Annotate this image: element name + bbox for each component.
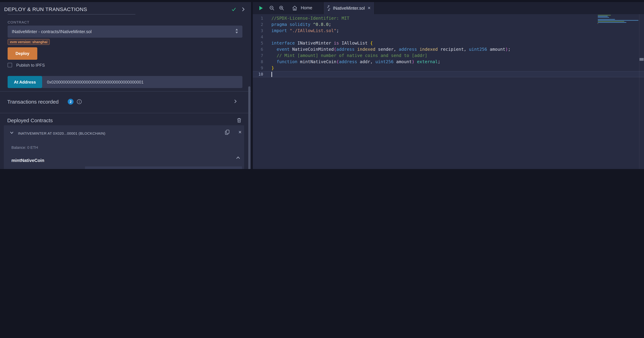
code-editor[interactable]: 1//SPDX-License-Identifier: MIT2pragma s… — [253, 14, 644, 169]
home-icon[interactable] — [292, 6, 297, 11]
tab-label: INativeMinter.sol — [333, 6, 365, 10]
close-icon[interactable]: ✕ — [238, 130, 242, 135]
addr-field-input[interactable] — [85, 166, 242, 169]
code-text: } — [272, 65, 274, 71]
code-text: interface INativeMinter is IAllowList { — [272, 40, 373, 46]
text-cursor — [272, 72, 272, 77]
code-line-3[interactable]: 3import "./IAllowList.sol"; — [253, 28, 644, 34]
code-line-4[interactable]: 4 — [253, 34, 644, 40]
line-number: 9 — [253, 65, 272, 71]
chevron-right-icon[interactable] — [241, 7, 245, 12]
deploy-run-panel: DEPLOY & RUN TRANSACTIONS CONTRACT INati… — [0, 2, 251, 169]
divider — [0, 113, 251, 113]
chevron-up-icon[interactable] — [236, 156, 240, 160]
line-number: 1 — [253, 15, 272, 22]
check-icon — [231, 7, 236, 12]
code-text: // Mint [amount] number of native coins … — [272, 52, 427, 59]
code-line-7[interactable]: 7 // Mint [amount] number of native coin… — [253, 52, 644, 59]
line-number: 7 — [253, 52, 272, 59]
at-address-input[interactable] — [42, 76, 242, 88]
code-text: function mintNativeCoin(address addr, ui… — [272, 59, 440, 65]
code-line-5[interactable]: 5interface INativeMinter is IAllowList { — [253, 40, 644, 46]
deployed-contract-card: INATIVEMINTER AT 0X020...00001 (BLOCKCHA… — [4, 125, 244, 169]
code-text: import "./IAllowList.sol"; — [272, 28, 339, 34]
chevron-down-icon[interactable] — [10, 130, 14, 135]
remix-window: DEPLOY & RUN TRANSACTIONS CONTRACT INati… — [0, 0, 644, 169]
publish-ipfs-label: Publish to IPFS — [16, 63, 45, 68]
close-icon[interactable]: ✕ — [368, 6, 371, 10]
transactions-recorded-label: Transactions recorded — [7, 99, 58, 104]
code-text: //SPDX-License-Identifier: MIT — [272, 15, 350, 22]
contract-select[interactable]: INativeMinter - contracts/INativeMinter.… — [8, 26, 242, 38]
line-number: 8 — [253, 59, 272, 65]
code-line-10[interactable]: 10 — [253, 71, 644, 77]
select-arrows-icon — [235, 29, 238, 34]
code-text: pragma solidity ^0.8.0; — [272, 22, 331, 28]
line-number: 3 — [253, 28, 272, 34]
deployed-contracts-title: Deployed Contracts — [7, 118, 53, 123]
transactions-count-badge: 2 — [68, 99, 74, 104]
tab-inativeminter[interactable]: INativeMinter.sol ✕ — [323, 2, 375, 14]
line-number: 6 — [253, 46, 272, 52]
info-icon — [77, 99, 82, 104]
editor-scrollbar[interactable] — [639, 14, 644, 169]
editor-scrollbar-thumb[interactable] — [640, 58, 644, 61]
line-number: 5 — [253, 40, 272, 46]
code-text — [272, 71, 272, 77]
at-address-button[interactable]: At Address — [8, 76, 42, 88]
panel-title: DEPLOY & RUN TRANSACTIONS — [4, 6, 87, 12]
contract-label: CONTRACT — [8, 20, 29, 24]
code-line-1[interactable]: 1//SPDX-License-Identifier: MIT — [253, 15, 644, 22]
zoom-out-icon[interactable] — [269, 6, 274, 11]
code-text: event NativeCoinMinted(address indexed s… — [272, 46, 510, 52]
editor-minimap[interactable] — [598, 15, 639, 25]
contract-balance: Balance: 0 ETH — [12, 145, 38, 150]
publish-ipfs-checkbox[interactable] — [8, 63, 12, 67]
line-number: 4 — [253, 34, 272, 40]
play-icon[interactable] — [259, 6, 263, 10]
contract-instance-header[interactable]: INATIVEMINTER AT 0X020...00001 (BLOCKCHA… — [18, 131, 105, 135]
editor-tabbar: Home INativeMinter.sol ✕ — [253, 2, 644, 14]
code-line-8[interactable]: 8 function mintNativeCoin(address addr, … — [253, 59, 644, 65]
code-line-6[interactable]: 6 event NativeCoinMinted(address indexed… — [253, 46, 644, 52]
copy-icon[interactable] — [225, 130, 230, 135]
divider — [0, 91, 251, 92]
window-top-strip — [0, 0, 644, 2]
trash-icon[interactable] — [237, 118, 241, 123]
contract-select-value: INativeMinter - contracts/INativeMinter.… — [12, 29, 92, 34]
open-function-name: mintNativeCoin — [12, 158, 44, 163]
title-underline — [8, 14, 135, 14]
line-number: 10 — [253, 71, 272, 77]
tab-home-label[interactable]: Home — [301, 6, 312, 10]
panel-scrollbar[interactable] — [248, 86, 250, 169]
line-number: 2 — [253, 22, 272, 28]
deploy-button[interactable]: Deploy — [8, 47, 37, 60]
zoom-in-icon[interactable] — [279, 6, 284, 11]
evm-version-badge: evm version: shanghai — [8, 39, 50, 45]
code-line-9[interactable]: 9} — [253, 65, 644, 71]
panel-editor-divider[interactable] — [251, 0, 253, 169]
chevron-right-icon[interactable] — [234, 99, 237, 104]
code-line-2[interactable]: 2pragma solidity ^0.8.0; — [253, 22, 644, 28]
solidity-icon — [327, 6, 330, 11]
